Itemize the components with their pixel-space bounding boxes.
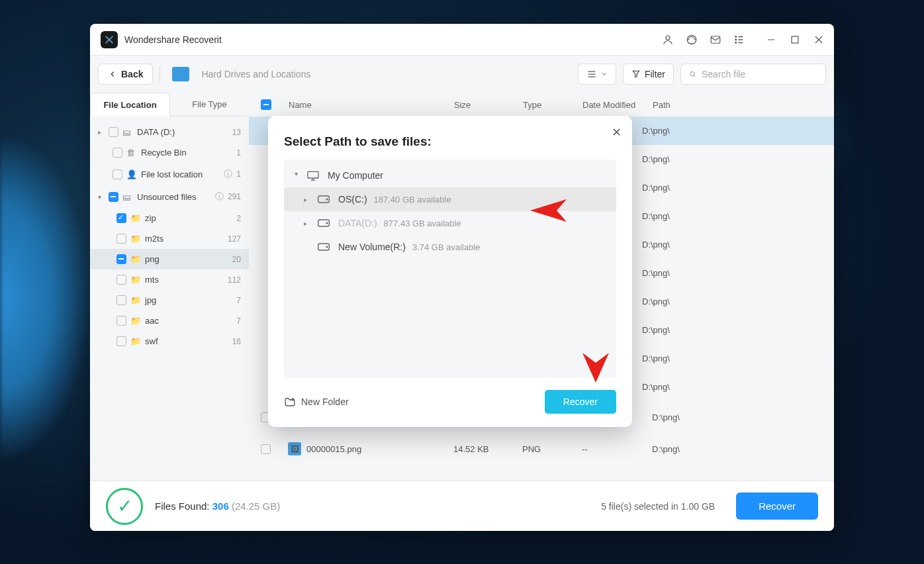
recover-button-main[interactable]: Recover <box>736 493 818 520</box>
sidebar-item-recycle-bin[interactable]: 🗑Recycle Bin1 <box>90 142 249 163</box>
col-size: Size <box>454 100 523 110</box>
svg-point-0 <box>666 36 670 40</box>
drive-available: 877.43 GB available <box>384 218 461 228</box>
search-input[interactable] <box>702 69 817 79</box>
drive-new-volume-r[interactable]: ▸ New Volume(R:) 3.74 GB available <box>284 235 616 259</box>
drive-label: My Computer <box>328 170 383 181</box>
recover-button[interactable]: Recover <box>545 390 616 414</box>
drive-available: 187.40 GB available <box>374 195 451 205</box>
annotation-arrow <box>576 316 616 389</box>
sidebar-item-png[interactable]: 📁png20 <box>90 249 249 269</box>
drive-icon <box>317 195 332 204</box>
files-found-size: (24.25 GB) <box>229 500 281 512</box>
col-name: Name <box>289 100 454 110</box>
filter-button[interactable]: Filter <box>623 64 674 85</box>
svg-point-12 <box>326 222 328 224</box>
titlebar: Wondershare Recoverit <box>90 24 834 56</box>
col-modified: Date Modified <box>582 100 653 110</box>
sidebar-item-unsourced[interactable]: ▾🖴Unsourced filesⓘ291 <box>90 185 249 208</box>
drive-icon <box>317 242 332 252</box>
image-icon: 🖼 <box>288 442 301 455</box>
svg-point-10 <box>326 199 328 200</box>
toolbar: Back Hard Drives and Locations Filter <box>90 56 834 93</box>
svg-rect-6 <box>792 36 798 43</box>
drive-icon <box>172 67 189 81</box>
filter-label: Filter <box>645 69 665 79</box>
sidebar-item-jpg[interactable]: 📁jpg7 <box>90 290 249 310</box>
new-folder-button[interactable]: New Folder <box>284 397 349 407</box>
scan-complete-icon: ✓ <box>106 488 143 525</box>
back-button[interactable]: Back <box>98 64 153 85</box>
sidebar-item-mts[interactable]: 📁mts112 <box>90 269 249 290</box>
close-icon[interactable]: ✕ <box>612 125 622 140</box>
sidebar-item-aac[interactable]: 📁aac7 <box>90 310 249 331</box>
svg-point-14 <box>326 246 328 248</box>
maximize-button[interactable] <box>790 35 800 44</box>
close-button[interactable] <box>814 35 823 44</box>
svg-point-7 <box>690 71 694 75</box>
sidebar: File Location File Type ▸🖴DATA (D:)13 🗑R… <box>90 93 249 481</box>
table-row[interactable]: 🖼 00000015.png 14.52 KB PNG -- D:\png\ <box>249 433 834 465</box>
account-icon[interactable] <box>662 34 674 46</box>
drive-label: New Volume(R:) <box>338 242 406 252</box>
sidebar-item-m2ts[interactable]: 📁m2ts127 <box>90 228 249 249</box>
column-headers: Name Size Type Date Modified Path <box>249 93 834 117</box>
app-logo <box>101 31 118 48</box>
back-label: Back <box>121 69 143 79</box>
search-icon <box>689 69 696 79</box>
drive-my-computer[interactable]: ▸ My Computer <box>284 164 616 187</box>
dialog-title: Select Path to save files: <box>284 134 616 149</box>
view-toggle-button[interactable] <box>578 64 616 85</box>
statusbar: ✓ Files Found: 306 (24.25 GB) 5 file(s) … <box>90 481 834 531</box>
drive-label: DATA(D:) <box>338 218 377 228</box>
annotation-arrow <box>530 194 603 227</box>
row-checkbox[interactable] <box>261 444 271 454</box>
drive-label: OS(C:) <box>338 194 367 205</box>
new-folder-label: New Folder <box>301 397 349 407</box>
svg-rect-8 <box>308 171 318 178</box>
menu-icon[interactable] <box>733 34 745 46</box>
folder-plus-icon <box>284 397 296 407</box>
feedback-icon[interactable] <box>710 34 721 46</box>
sidebar-item-swf[interactable]: 📁swf16 <box>90 331 249 352</box>
files-found-label: Files Found: <box>155 500 212 512</box>
computer-icon <box>306 170 321 181</box>
support-icon[interactable] <box>686 34 698 46</box>
app-title: Wondershare Recoverit <box>124 34 662 45</box>
files-found-count: 306 <box>212 500 229 512</box>
selection-summary: 5 file(s) selected in 1.00 GB <box>601 501 715 512</box>
sidebar-item-file-lost[interactable]: 👤File lost locationⓘ1 <box>90 163 249 185</box>
svg-point-5 <box>735 42 737 43</box>
svg-point-4 <box>735 39 737 40</box>
drive-icon <box>317 218 332 228</box>
select-all-checkbox[interactable] <box>261 99 271 110</box>
tab-file-type[interactable]: File Type <box>170 93 249 117</box>
svg-point-3 <box>735 36 737 37</box>
drive-available: 3.74 GB available <box>412 242 481 252</box>
col-type: Type <box>523 100 582 110</box>
sidebar-item-data-d[interactable]: ▸🖴DATA (D:)13 <box>90 122 249 142</box>
col-path: Path <box>653 100 822 110</box>
svg-rect-2 <box>711 36 720 43</box>
sidebar-item-zip[interactable]: 📁zip2 <box>90 208 249 228</box>
tab-file-location[interactable]: File Location <box>90 93 170 117</box>
minimize-button[interactable] <box>766 35 776 44</box>
location-text: Hard Drives and Locations <box>201 69 571 79</box>
search-box[interactable] <box>680 64 826 85</box>
